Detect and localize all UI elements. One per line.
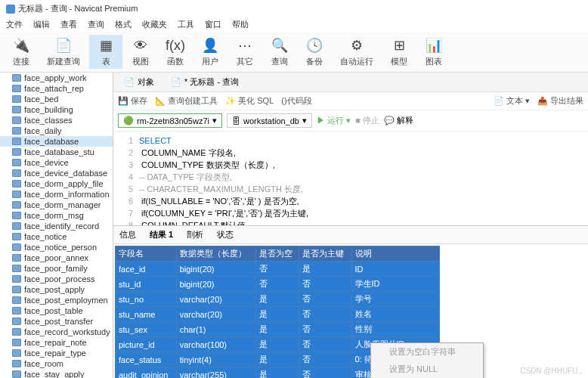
context-menu[interactable]: 设置为空白字符串设置为 NULL删除记录复制复制为粘贴显示: [370, 342, 484, 378]
cell[interactable]: stu_id: [116, 277, 177, 292]
tree-item-face_dorm_information[interactable]: face_dorm_information: [0, 189, 113, 200]
tool-表[interactable]: ▦表: [89, 35, 122, 69]
cell[interactable]: 姓名: [351, 307, 439, 322]
cell[interactable]: 是: [299, 262, 351, 277]
cell[interactable]: varchar(20): [176, 307, 255, 322]
col-header[interactable]: 是否为空: [255, 246, 299, 262]
menu-收藏夹[interactable]: 收藏夹: [142, 19, 167, 30]
sql-editor[interactable]: 1SELECT2 COLUMN_NAME 字段名,3 COLUMN_TYPE 数…: [113, 132, 588, 226]
cell[interactable]: 否: [299, 292, 351, 307]
ctx-设置为空白字符串[interactable]: 设置为空白字符串: [371, 343, 483, 361]
tree-item-face_dorm_apply_file[interactable]: face_dorm_apply_file: [0, 178, 113, 189]
cell[interactable]: stu_name: [116, 307, 177, 322]
tree-item-face_database_stu[interactable]: face_database_stu: [0, 147, 113, 157]
menu-查询[interactable]: 查询: [88, 19, 104, 30]
cell[interactable]: 是: [255, 292, 299, 307]
cell[interactable]: face_id: [116, 262, 177, 277]
col-header[interactable]: 是否为主键: [299, 246, 351, 262]
tree-item-face_post_employmen[interactable]: face_post_employmen: [0, 295, 113, 305]
cell[interactable]: 否: [299, 352, 351, 367]
tool-视图[interactable]: 👁视图: [124, 35, 157, 69]
tree-item-face_poor_process[interactable]: face_poor_process: [0, 274, 113, 284]
cell[interactable]: 是: [255, 322, 299, 337]
tree-item-face_post_transfer[interactable]: face_post_transfer: [0, 316, 113, 327]
menu-文件[interactable]: 文件: [6, 19, 23, 30]
tool-连接[interactable]: 🔌连接: [5, 35, 38, 69]
cell[interactable]: 学生ID: [351, 277, 439, 292]
result-tab-3[interactable]: 状态: [215, 228, 235, 242]
cell[interactable]: 是: [255, 367, 299, 379]
tree-item-face_post_apply[interactable]: face_post_apply: [0, 284, 113, 295]
cell[interactable]: bigint(20): [176, 277, 255, 292]
tree-item-face_room[interactable]: face_room: [0, 358, 113, 369]
cell[interactable]: varchar(100): [176, 337, 255, 352]
tool-查询[interactable]: 🔍查询: [263, 35, 296, 69]
tree-item-face_device[interactable]: face_device: [0, 157, 113, 168]
cell[interactable]: 否: [299, 337, 351, 352]
text-mode-button[interactable]: 📄 文本 ▾: [494, 95, 530, 107]
tree-item-face_database[interactable]: face_database: [0, 136, 113, 147]
menu-帮助[interactable]: 帮助: [232, 19, 249, 30]
explain-button[interactable]: 💬 解释: [384, 115, 413, 126]
cell[interactable]: picture_id: [116, 337, 177, 352]
menu-查看[interactable]: 查看: [60, 19, 77, 30]
cell[interactable]: 性别: [351, 322, 439, 337]
cell[interactable]: 是: [255, 307, 299, 322]
tool-图表[interactable]: 📊图表: [417, 35, 450, 69]
cell[interactable]: 否: [299, 367, 351, 379]
tree-item-face_attach_rep[interactable]: face_attach_rep: [0, 83, 113, 94]
cell[interactable]: audit_opinion: [116, 367, 177, 379]
cell[interactable]: char(1): [176, 322, 255, 337]
tool-函数[interactable]: f(x)函数: [159, 35, 192, 69]
cell[interactable]: 否: [299, 307, 351, 322]
tree-item-face_record_workstudy[interactable]: face_record_workstudy: [0, 327, 113, 337]
ctx-设置为 NULL[interactable]: 设置为 NULL: [371, 361, 483, 378]
col-header[interactable]: 数据类型（长度）: [176, 246, 255, 262]
tree-item-face_bed[interactable]: face_bed: [0, 94, 113, 104]
menu-格式[interactable]: 格式: [115, 19, 132, 30]
tree-item-face_classes[interactable]: face_classes: [0, 115, 113, 125]
cell[interactable]: face_status: [116, 352, 177, 367]
tree-item-face_notice[interactable]: face_notice: [0, 231, 113, 242]
beautify-sql-button[interactable]: ✨ 美化 SQL: [225, 95, 274, 107]
col-header[interactable]: 字段名: [116, 246, 177, 262]
tool-其它[interactable]: ⋯其它: [228, 35, 262, 69]
tab-query[interactable]: 📄 * 无标题 - 查询: [163, 74, 246, 90]
cell[interactable]: 否: [255, 277, 299, 292]
query-builder-button[interactable]: 📐 查询创建工具: [155, 95, 218, 107]
result-tab-1[interactable]: 结果 1: [148, 228, 175, 242]
tree-item-face_repair_note[interactable]: face_repair_note: [0, 337, 113, 348]
col-header[interactable]: 说明: [351, 246, 439, 262]
tree-item-face_notice_person[interactable]: face_notice_person: [0, 242, 113, 253]
tree-item-face_stay_apply[interactable]: face_stay_apply: [0, 369, 113, 378]
result-tab-0[interactable]: 信息: [118, 228, 138, 242]
tree-item-face_building[interactable]: face_building: [0, 104, 113, 115]
cell[interactable]: 否: [255, 262, 299, 277]
tool-模型[interactable]: ⊞模型: [382, 35, 416, 69]
tree-item-face_daily[interactable]: face_daily: [0, 125, 113, 136]
menu-编辑[interactable]: 编辑: [33, 19, 50, 30]
menu-工具[interactable]: 工具: [178, 19, 194, 30]
tree-item-face_apply_work[interactable]: face_apply_work: [0, 73, 113, 83]
tree-item-face_identify_record[interactable]: face_identify_record: [0, 221, 113, 231]
cell[interactable]: stu_no: [116, 292, 177, 307]
tree-item-face_repair_type[interactable]: face_repair_type: [0, 348, 113, 358]
menu-窗口[interactable]: 窗口: [205, 19, 221, 30]
cell[interactable]: ID: [351, 262, 439, 277]
tree-item-face_poor_annex[interactable]: face_poor_annex: [0, 253, 113, 263]
tree-item-face_poor_family[interactable]: face_poor_family: [0, 263, 113, 274]
cell[interactable]: bigint(20): [176, 262, 255, 277]
tree-item-face_device_database[interactable]: face_device_database: [0, 168, 113, 178]
cell[interactable]: stu_sex: [116, 322, 177, 337]
code-snippet-button[interactable]: ()代码段: [281, 95, 311, 107]
cell[interactable]: 否: [299, 322, 351, 337]
tree-item-face_dorm_manager[interactable]: face_dorm_manager: [0, 200, 113, 210]
tab-objects[interactable]: 📄 对象: [116, 74, 162, 90]
tool-用户[interactable]: 👤用户: [193, 35, 227, 69]
cell[interactable]: varchar(20): [176, 292, 255, 307]
cell[interactable]: 是: [255, 337, 299, 352]
server-combo[interactable]: 🟢 rm-2zetn83n05wz7i ▾: [118, 113, 222, 128]
save-button[interactable]: 💾 保存: [118, 95, 147, 107]
database-combo[interactable]: 🗄 workstation_db ▾: [227, 113, 312, 128]
cell[interactable]: 是: [255, 352, 299, 367]
